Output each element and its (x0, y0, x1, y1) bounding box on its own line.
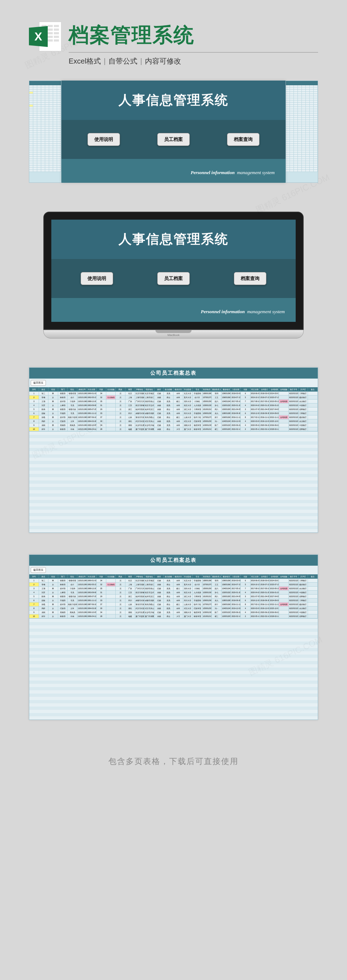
table-cell: 财务部 (58, 614, 68, 618)
dashboard-button-instructions[interactable]: 使用说明 (88, 133, 120, 146)
table-cell: 12900129000 (202, 598, 212, 602)
table-cell: 110101199309084567 (77, 404, 87, 407)
table-cell: 2020-06-22 (260, 423, 270, 427)
empty-rows-region (29, 619, 318, 719)
table-cell: 男 (48, 423, 58, 427)
column-header: 银行卡号 (289, 387, 299, 391)
table-cell: 北京 (126, 391, 135, 395)
table-cell: 清华大学 (183, 399, 193, 403)
table-cell: 110101199507255678 (77, 595, 87, 598)
table-cell: 成都市高新区 (145, 411, 154, 415)
table-cell (279, 419, 289, 423)
column-header: 身份证号 (77, 574, 87, 579)
table-cell: 31 (97, 590, 106, 594)
table-cell: 本科 (174, 611, 183, 614)
table-cell: 1988-12-20 (87, 587, 97, 590)
table-cell (308, 423, 318, 427)
dashboard-button-archive-query[interactable]: 档案查询 (234, 272, 266, 285)
dashboard-preview-row: document.write(Array.from({length:40}).m… (29, 81, 318, 183)
table-cell: 110101199205152345 (77, 396, 87, 399)
table-cell: 4 (241, 423, 250, 427)
table-cell: 28 (97, 614, 106, 618)
table-cell: 吴刚 (39, 611, 49, 614)
table-cell: 2022-11-12 (270, 603, 279, 606)
table-cell: 吴九 (212, 598, 221, 602)
table-cell: 女 (48, 427, 58, 431)
column-header: 入职日期 (231, 574, 241, 579)
table-cell: 12100121000 (202, 614, 212, 618)
table-cell: 群众 (164, 603, 174, 606)
column-header: 职位 (68, 387, 77, 391)
table-cell: 群众 (164, 396, 174, 399)
table-cell: 12700127000 (202, 603, 212, 606)
table-cell: 赵六 (212, 587, 221, 590)
table-cell (308, 404, 318, 407)
table-cell: 2020-06-22 (231, 611, 241, 614)
table-cell: 杭州市滨江区 (145, 407, 154, 411)
back-button[interactable]: 返回首页 (31, 380, 46, 386)
table-cell: 13600136000 (221, 583, 231, 586)
table-cell: 2027-04-05 (270, 407, 279, 411)
table-cell: 4 (29, 404, 39, 407)
table-cell: 2020-09-22 (250, 423, 260, 427)
table-cell: 35 (97, 587, 106, 590)
table-cell: 张三 (39, 391, 49, 395)
table-cell: 34 (97, 579, 106, 582)
table-cell: 广州市天河区 (135, 587, 145, 590)
table-cell: 招商银行 (299, 614, 308, 618)
table-cell: 2018-12-30 (250, 598, 260, 602)
table-cell: 110101199604120123 (77, 427, 87, 431)
dashboard-button-employee-file[interactable]: 员工档案 (157, 272, 190, 285)
table-cell: 技术部 (58, 415, 68, 419)
back-button[interactable]: 返回首页 (31, 567, 46, 573)
table-cell: 四川大学 (183, 411, 193, 415)
column-header: 专业 (193, 574, 202, 579)
table-cell: 销售部 (58, 595, 68, 598)
table-cell: 物流管理 (193, 611, 202, 614)
table-cell: 上海 (126, 396, 135, 399)
table-cell: 110101199010059012 (77, 611, 87, 614)
table-cell: 市场部 (58, 598, 68, 602)
table-cell: 2021-04-05 (231, 595, 241, 598)
table-cell: 周八 (212, 407, 221, 411)
table-cell: 生日快到 (106, 583, 116, 586)
table-cell: 汉 (116, 407, 126, 411)
table-cell: 未婚 (154, 419, 164, 423)
table-cell: 会计 (68, 583, 77, 586)
dashboard-button-archive-query[interactable]: 档案查询 (227, 133, 259, 146)
table-cell: 2018-09-30 (260, 411, 270, 415)
table-cell: 2018-03-01 (260, 391, 270, 395)
table-cell: 4 (241, 611, 250, 614)
table-cell: 周婷 (39, 606, 49, 610)
table-cell: 1992-05-15 (87, 396, 97, 399)
table-cell: 市场营销 (193, 579, 202, 582)
table-cell: 专员 (68, 411, 77, 415)
table-cell: 32 (97, 396, 106, 399)
table-cell: 厦门市思明区 (135, 427, 145, 431)
dashboard-button-employee-file[interactable]: 员工档案 (157, 133, 190, 146)
table-cell: 吴刚 (39, 423, 49, 427)
table-cell (308, 415, 318, 419)
table-cell: 1993-09-08 (87, 590, 97, 594)
table-cell (106, 606, 116, 610)
table-cell: 3 (241, 595, 250, 598)
table-cell: 上海 (126, 583, 135, 586)
table-cell: 1995-07-25 (87, 595, 97, 598)
table-cell: 2020-01-20 (260, 404, 270, 407)
table-cell: 2018-03-01 (231, 579, 241, 582)
table-cell: 2020-01-20 (260, 590, 270, 594)
dashboard-button-instructions[interactable]: 使用说明 (81, 272, 113, 285)
table-cell: 行政管理 (193, 606, 202, 610)
table-cell: 110101199402288901 (77, 419, 87, 423)
table-cell: 已婚 (154, 391, 164, 395)
table-cell: 女 (48, 606, 58, 610)
table-cell: 技术部 (58, 587, 68, 590)
table-cell: 广东 (126, 399, 135, 403)
table-cell: 2025-12-01 (270, 606, 279, 610)
table-cell: 13800138000 (202, 579, 212, 582)
table-cell: 人事部 (58, 590, 68, 594)
page-title: 档案管理系统 (68, 22, 318, 53)
table-cell (308, 590, 318, 594)
table-cell: 汉 (116, 411, 126, 415)
sheet-title: 公司员工档案总表 (29, 368, 318, 379)
